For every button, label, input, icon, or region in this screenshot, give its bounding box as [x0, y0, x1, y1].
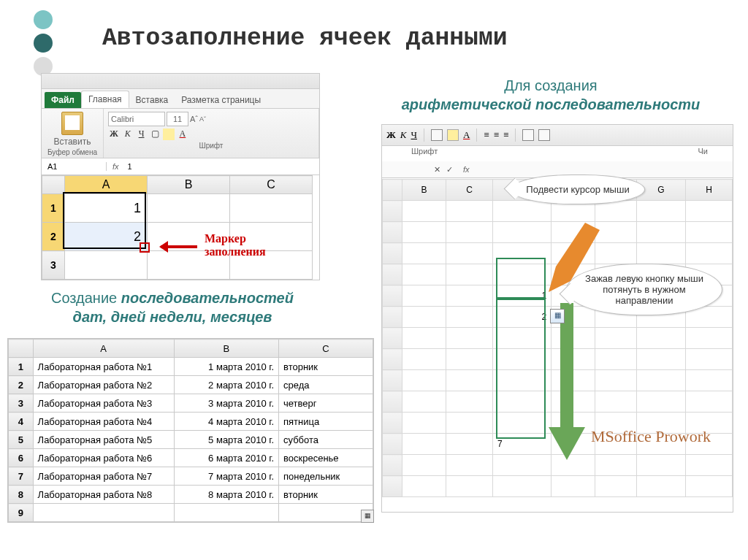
- cell[interactable]: [446, 476, 493, 497]
- cell[interactable]: [636, 243, 685, 264]
- cell[interactable]: [686, 476, 733, 497]
- cell[interactable]: [686, 370, 733, 391]
- cell[interactable]: [595, 476, 637, 497]
- cell[interactable]: [402, 222, 446, 243]
- bold-button[interactable]: Ж: [108, 129, 120, 140]
- align-right-icon[interactable]: ≡: [503, 129, 508, 141]
- col-header[interactable]: H: [686, 180, 733, 201]
- cell[interactable]: [446, 434, 493, 455]
- cell[interactable]: [636, 370, 685, 391]
- cell[interactable]: [402, 391, 446, 413]
- cell[interactable]: 4 марта 2010 г.: [174, 413, 278, 431]
- fill-color-icon[interactable]: [447, 129, 459, 141]
- font-color-icon[interactable]: A: [177, 129, 188, 140]
- italic-button[interactable]: К: [122, 129, 134, 140]
- row-header[interactable]: [383, 285, 402, 307]
- cell[interactable]: ▦: [279, 504, 373, 522]
- cell[interactable]: 1 марта 2010 г.: [174, 358, 278, 376]
- row-header[interactable]: [383, 370, 402, 391]
- cell[interactable]: [402, 349, 446, 370]
- cell[interactable]: [446, 264, 493, 285]
- row-header[interactable]: 4: [9, 413, 34, 431]
- cell[interactable]: [402, 285, 446, 307]
- row-header[interactable]: 2: [9, 376, 34, 394]
- fx-icon[interactable]: fx: [107, 162, 125, 171]
- cell[interactable]: [492, 349, 551, 370]
- wrap-icon[interactable]: [538, 129, 550, 141]
- cell[interactable]: [446, 391, 493, 413]
- cell[interactable]: воскресенье: [279, 449, 373, 467]
- autofill-options-icon[interactable]: ▦: [361, 510, 374, 523]
- cell[interactable]: [595, 328, 637, 349]
- cell[interactable]: [402, 455, 446, 476]
- col-header[interactable]: B: [402, 180, 446, 201]
- fx-icon[interactable]: fx: [456, 165, 477, 174]
- cell[interactable]: Лабораторная работа №7: [33, 467, 174, 486]
- cell[interactable]: вторник: [279, 358, 373, 376]
- enter-icon[interactable]: ✓: [443, 165, 456, 174]
- row-header[interactable]: 3: [42, 251, 65, 280]
- cell[interactable]: [402, 307, 446, 328]
- cell[interactable]: 5 марта 2010 г.: [174, 431, 278, 449]
- row-header[interactable]: [383, 328, 402, 349]
- border-icon[interactable]: [431, 129, 443, 141]
- cell[interactable]: [402, 328, 446, 349]
- cell[interactable]: [402, 413, 446, 434]
- row-header[interactable]: [383, 349, 402, 370]
- col-header[interactable]: C: [230, 176, 313, 194]
- font-size-select[interactable]: 11: [167, 112, 188, 126]
- row-header[interactable]: [383, 264, 402, 285]
- fill-color-icon[interactable]: [163, 129, 175, 140]
- select-all-corner[interactable]: [42, 176, 65, 194]
- underline-button[interactable]: Ч: [411, 129, 417, 141]
- align-left-icon[interactable]: ≡: [484, 129, 489, 141]
- row-header[interactable]: [383, 476, 402, 497]
- cell[interactable]: 1: [65, 194, 148, 223]
- cell[interactable]: [402, 434, 446, 455]
- cell[interactable]: Лабораторная работа №1: [33, 358, 174, 376]
- row-header[interactable]: 3: [9, 394, 34, 413]
- row-header[interactable]: 6: [9, 449, 34, 467]
- row-header[interactable]: [383, 391, 402, 413]
- worksheet-grid[interactable]: A B C 1 1 2 2 3: [42, 175, 313, 280]
- cell[interactable]: [446, 328, 493, 349]
- cell[interactable]: [402, 243, 446, 264]
- cell[interactable]: Лабораторная работа №8: [33, 486, 174, 504]
- cell[interactable]: [686, 243, 733, 264]
- merge-icon[interactable]: [522, 129, 534, 141]
- cell[interactable]: Лабораторная работа №2: [33, 376, 174, 394]
- font-name-select[interactable]: Calibri: [108, 112, 165, 126]
- cell[interactable]: Лабораторная работа №6: [33, 449, 174, 467]
- row-header[interactable]: [383, 413, 402, 434]
- cell[interactable]: 7 марта 2010 г.: [174, 467, 278, 486]
- cell[interactable]: четверг: [279, 394, 373, 413]
- cell[interactable]: [446, 201, 493, 222]
- cell[interactable]: [446, 455, 493, 476]
- cell[interactable]: понедельник: [279, 467, 373, 486]
- col-header[interactable]: C: [446, 180, 493, 201]
- cell[interactable]: [686, 391, 733, 413]
- cell[interactable]: Лабораторная работа №5: [33, 431, 174, 449]
- row-header[interactable]: 8: [9, 486, 34, 504]
- cell[interactable]: [402, 264, 446, 285]
- select-all-corner[interactable]: [9, 340, 34, 358]
- tab-home[interactable]: Главная: [81, 91, 129, 108]
- cell[interactable]: [492, 413, 551, 434]
- cell[interactable]: [595, 370, 637, 391]
- cell[interactable]: [33, 504, 174, 522]
- cell[interactable]: 6 марта 2010 г.: [174, 449, 278, 467]
- cell[interactable]: [636, 455, 685, 476]
- cell[interactable]: [446, 349, 493, 370]
- cell[interactable]: [446, 307, 493, 328]
- cell[interactable]: 8 марта 2010 г.: [174, 486, 278, 504]
- cell[interactable]: [595, 243, 637, 264]
- cell[interactable]: пятница: [279, 413, 373, 431]
- select-all-corner[interactable]: [383, 180, 402, 201]
- row-header[interactable]: 5: [9, 431, 34, 449]
- cell[interactable]: [636, 476, 685, 497]
- cell[interactable]: [686, 349, 733, 370]
- cancel-icon[interactable]: ✕: [431, 165, 443, 174]
- cell[interactable]: [686, 455, 733, 476]
- cell[interactable]: [402, 370, 446, 391]
- row-header[interactable]: [383, 307, 402, 328]
